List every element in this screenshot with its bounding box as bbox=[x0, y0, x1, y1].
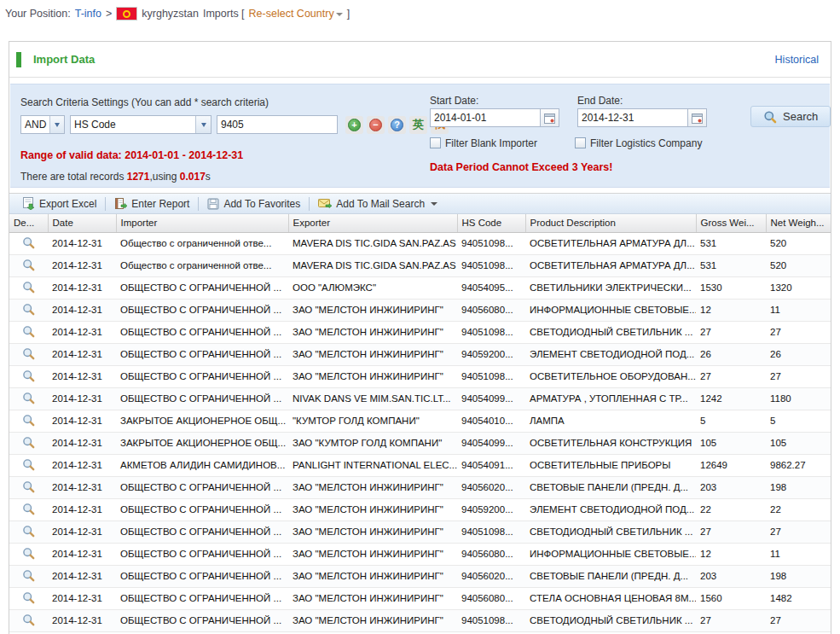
hscode-cell: 94056020... bbox=[457, 476, 525, 498]
view-detail-button[interactable] bbox=[22, 347, 35, 360]
breadcrumb-separator: > bbox=[106, 8, 112, 20]
table-row: 2014-12-31 ОБЩЕСТВО С ОГРАНИЧЕННОЙ ... З… bbox=[9, 521, 831, 543]
view-detail-button[interactable] bbox=[22, 303, 35, 316]
add-favorites-button[interactable]: Add To Favorites bbox=[201, 195, 306, 213]
exporter-cell: ЗАО "МЕЛСТОН ИНЖИНИРИНГ" bbox=[288, 299, 457, 321]
exporter-cell: MAVERA DIS TIC.GIDA SAN.PAZ.AS bbox=[288, 232, 457, 254]
view-detail-button[interactable] bbox=[22, 392, 35, 404]
add-criteria-button[interactable]: + bbox=[345, 116, 363, 134]
search-button[interactable]: Search bbox=[750, 106, 831, 127]
historical-link[interactable]: Historical bbox=[775, 54, 819, 66]
add-mail-search-button[interactable]: Add To Mail Search bbox=[312, 195, 443, 213]
importer-cell: ОБЩЕСТВО С ОГРАНИЧЕННОЙ ... bbox=[116, 498, 288, 521]
date-cell: 2014-12-31 bbox=[48, 543, 116, 565]
enter-report-button[interactable]: Enter Report bbox=[108, 195, 195, 213]
view-detail-button[interactable] bbox=[22, 414, 35, 427]
view-detail-button[interactable] bbox=[22, 569, 35, 582]
product-cell: СВЕТОВЫЕ ПАНЕЛИ (ПРЕДН. Д... bbox=[525, 565, 696, 587]
col-header-hscode[interactable]: HS Code bbox=[457, 214, 525, 232]
view-detail-button[interactable] bbox=[22, 281, 35, 294]
product-cell: ОСВЕТИТЕЛЬНЫЕ ПРИБОРЫ bbox=[525, 454, 696, 476]
exporter-cell: PANLIGHT INTERNATIONAL ELEC... bbox=[288, 454, 457, 476]
view-detail-button[interactable] bbox=[22, 436, 35, 449]
gross-weight-cell: 27 bbox=[696, 365, 766, 387]
detail-cell bbox=[9, 498, 48, 521]
end-date-input[interactable] bbox=[577, 108, 688, 127]
col-header-product[interactable]: Product Description bbox=[525, 214, 696, 232]
view-detail-button[interactable] bbox=[22, 547, 35, 560]
product-cell: ЛАМПА bbox=[525, 410, 696, 432]
filter-blank-importer-checkbox[interactable] bbox=[430, 137, 441, 148]
view-detail-button[interactable] bbox=[22, 525, 35, 538]
gross-weight-cell: 203 bbox=[696, 565, 766, 587]
panel-header: Import Data Historical bbox=[9, 42, 831, 78]
importer-cell: ЗАКРЫТОЕ АКЦИОНЕРНОЕ ОБЩ... bbox=[116, 410, 288, 432]
table-row: 2014-12-31 ОБЩЕСТВО С ОГРАНИЧЕННОЙ ... З… bbox=[9, 321, 831, 343]
product-cell: СТЕЛА ОСНОВНАЯ ЦЕНОВАЯ 8М... bbox=[525, 587, 696, 609]
hscode-cell: 94056080... bbox=[457, 299, 525, 321]
breadcrumb-country: kyrghyzstan bbox=[142, 8, 199, 20]
detail-cell bbox=[9, 276, 48, 299]
hscode-cell: 94056080... bbox=[457, 543, 525, 565]
net-weight-cell: 5 bbox=[766, 410, 831, 432]
view-detail-button[interactable] bbox=[22, 614, 35, 626]
exporter-cell: ЗАО "МЕЛСТОН ИНЖИНИРИНГ" bbox=[288, 365, 457, 387]
chevron-down-icon bbox=[49, 116, 64, 133]
net-weight-cell: 27 bbox=[766, 365, 831, 387]
detail-cell bbox=[9, 299, 48, 321]
product-cell: СВЕТОДИОДНЫЙ СВЕТИЛЬНИК ... bbox=[525, 609, 696, 631]
magnifier-icon bbox=[22, 369, 35, 382]
view-detail-button[interactable] bbox=[22, 480, 35, 493]
view-detail-button[interactable] bbox=[22, 458, 35, 471]
help-button[interactable]: ? bbox=[388, 116, 406, 134]
detail-cell bbox=[9, 587, 48, 609]
chevron-down-icon bbox=[336, 13, 343, 16]
view-detail-button[interactable] bbox=[22, 591, 35, 604]
reselect-country-link[interactable]: Re-select Country bbox=[249, 8, 343, 20]
date-cell: 2014-12-31 bbox=[48, 498, 116, 521]
gross-weight-cell: 1530 bbox=[696, 276, 766, 299]
product-cell: ОСВЕТИТЕЛЬНАЯ АРМАТУРА ДЛ... bbox=[525, 254, 696, 276]
magnifier-icon bbox=[22, 414, 35, 427]
view-detail-button[interactable] bbox=[22, 503, 35, 515]
gross-weight-cell: 105 bbox=[696, 432, 766, 454]
start-date-input[interactable] bbox=[430, 108, 541, 127]
enter-report-icon bbox=[114, 197, 127, 210]
exporter-cell: ЗАО "МЕЛСТОН ИНЖИНИРИНГ" bbox=[288, 521, 457, 543]
magnifier-icon bbox=[22, 569, 35, 582]
filter-logistics-option[interactable]: Filter Logistics Company bbox=[575, 137, 702, 149]
importer-cell: ОБЩЕСТВО С ОГРАНИЧЕННОЙ ... bbox=[116, 565, 288, 587]
view-detail-button[interactable] bbox=[22, 259, 35, 271]
detail-cell bbox=[9, 609, 48, 631]
col-header-gross[interactable]: Gross Wei... bbox=[696, 214, 766, 232]
export-excel-button[interactable]: Export Excel bbox=[16, 195, 102, 213]
field-selector-select[interactable]: HS Code bbox=[70, 115, 211, 134]
bool-operator-select[interactable]: AND bbox=[20, 115, 65, 134]
view-detail-button[interactable] bbox=[22, 236, 35, 249]
table-row: 2014-12-31 ОБЩЕСТВО С ОГРАНИЧЕННОЙ ... З… bbox=[9, 343, 831, 365]
end-date-calendar-button[interactable] bbox=[688, 108, 707, 127]
net-weight-cell: 26 bbox=[766, 343, 831, 365]
start-date-calendar-button[interactable] bbox=[541, 108, 559, 127]
hscode-cell: 94054095... bbox=[457, 276, 525, 299]
filter-logistics-checkbox[interactable] bbox=[575, 137, 586, 148]
view-detail-button[interactable] bbox=[22, 369, 35, 382]
remove-criteria-button[interactable]: − bbox=[367, 116, 385, 134]
col-header-detail[interactable]: De... bbox=[9, 214, 48, 232]
breadcrumb-tinfo-link[interactable]: T-info bbox=[75, 8, 101, 20]
view-detail-button[interactable] bbox=[22, 325, 35, 338]
language-english-button[interactable]: 英 bbox=[409, 116, 427, 134]
magnifier-icon bbox=[22, 458, 35, 471]
table-row: 2014-12-31 ОБЩЕСТВО С ОГРАНИЧЕННОЙ ... З… bbox=[9, 543, 831, 565]
search-query-input[interactable] bbox=[217, 115, 338, 134]
col-header-date[interactable]: Date bbox=[48, 214, 116, 232]
magnifier-icon bbox=[22, 547, 35, 560]
col-header-net[interactable]: Net Weigh... bbox=[766, 214, 831, 232]
col-header-exporter[interactable]: Exporter bbox=[288, 214, 457, 232]
filter-blank-importer-option[interactable]: Filter Blank Importer bbox=[430, 137, 537, 149]
exporter-cell: NIVAK DANS VE MIM.SAN.TIC.LT... bbox=[288, 387, 457, 410]
col-header-importer[interactable]: Importer bbox=[116, 214, 288, 232]
plus-icon: + bbox=[348, 119, 361, 131]
gross-weight-cell: 531 bbox=[696, 232, 766, 254]
date-cell: 2014-12-31 bbox=[48, 365, 116, 387]
